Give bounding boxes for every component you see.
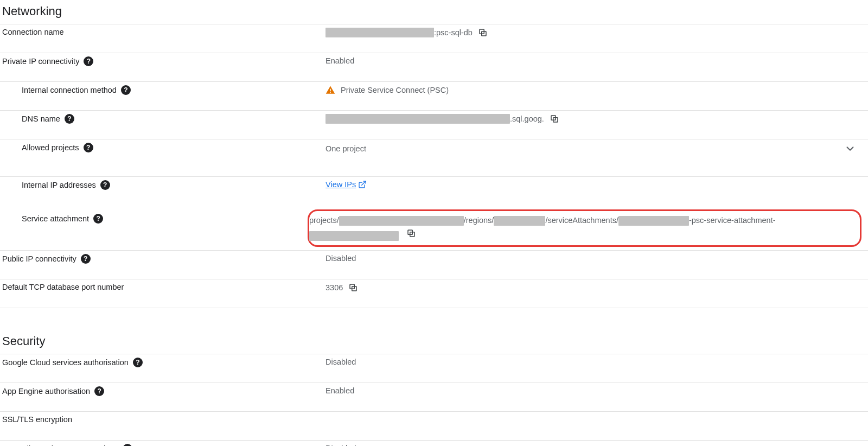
help-icon[interactable]: ? <box>93 214 103 224</box>
service-attachment-seg1: projects/ <box>309 216 339 225</box>
dns-name-redacted <box>326 114 510 124</box>
connection-name-redacted <box>326 28 434 37</box>
dns-name-label: DNS name <box>22 114 60 123</box>
help-icon[interactable]: ? <box>65 114 74 124</box>
private-ip-value: Enabled <box>326 56 354 65</box>
copy-icon[interactable] <box>406 228 416 238</box>
row-connection-name: Connection name :psc-sql-db <box>0 24 868 53</box>
row-service-attachment: Service attachment ? projects//regions//… <box>0 205 868 250</box>
help-icon[interactable]: ? <box>84 143 93 152</box>
service-attachment-redact2 <box>494 216 545 226</box>
row-dns-name: DNS name ? .sql.goog. <box>0 110 868 139</box>
external-link-icon <box>358 180 367 189</box>
row-appengine-auth: App Engine authorisation ? Enabled <box>0 383 868 411</box>
port-value: 3306 <box>326 283 343 292</box>
allowed-projects-value: One project <box>326 144 366 153</box>
warning-icon <box>326 85 335 95</box>
svg-rect-2 <box>330 89 331 92</box>
service-attachment-redact3 <box>618 216 689 226</box>
port-label: Default TCP database port number <box>2 283 124 291</box>
view-ips-link[interactable]: View IPs <box>326 180 356 189</box>
internal-method-value: Private Service Connect (PSC) <box>341 86 449 94</box>
gcp-auth-value: Disabled <box>326 358 356 366</box>
svg-line-6 <box>362 181 366 185</box>
internal-method-label: Internal connection method <box>22 86 117 94</box>
help-icon[interactable]: ? <box>94 386 104 396</box>
copy-icon[interactable] <box>478 28 488 37</box>
connection-name-suffix: :psc-sql-db <box>434 28 473 37</box>
row-allowed-projects: Allowed projects ? One project <box>0 139 868 176</box>
service-attachment-redact4 <box>309 231 399 241</box>
ssl-tls-label: SSL/TLS encryption <box>2 415 72 424</box>
help-icon[interactable]: ? <box>84 56 93 66</box>
public-ip-value: Disabled <box>326 254 356 263</box>
service-attachment-label: Service attachment <box>22 214 89 223</box>
service-attachment-redact1 <box>339 216 464 226</box>
appengine-auth-label: App Engine authorisation <box>2 387 90 396</box>
allow-only-ssl-value: Disabled <box>326 444 356 446</box>
appengine-auth-value: Enabled <box>326 386 354 395</box>
allowed-projects-label: Allowed projects <box>22 143 79 152</box>
help-icon[interactable]: ? <box>123 444 132 446</box>
row-port: Default TCP database port number 3306 <box>0 279 868 308</box>
public-ip-label: Public IP connectivity <box>2 254 76 263</box>
copy-icon[interactable] <box>550 114 559 124</box>
networking-section-title: Networking <box>0 0 868 24</box>
row-public-ip: Public IP connectivity ? Disabled <box>0 250 868 279</box>
help-icon[interactable]: ? <box>121 85 131 95</box>
row-private-ip: Private IP connectivity ? Enabled <box>0 53 868 81</box>
service-attachment-highlight: projects//regions//serviceAttachments/-p… <box>308 209 861 247</box>
connection-name-label: Connection name <box>2 28 64 36</box>
security-section-title: Security <box>0 330 868 354</box>
copy-icon[interactable] <box>348 283 358 292</box>
help-icon[interactable]: ? <box>81 254 91 264</box>
internal-ip-label: Internal IP addresses <box>22 181 96 189</box>
private-ip-label: Private IP connectivity <box>2 57 79 66</box>
service-attachment-seg3: /serviceAttachments/ <box>545 216 618 225</box>
row-internal-ip: Internal IP addresses ? View IPs <box>0 176 868 205</box>
help-icon[interactable]: ? <box>100 180 110 190</box>
dns-name-suffix: .sql.goog. <box>510 114 544 123</box>
row-allow-only-ssl: Allow only SSL connections ? Disabled <box>0 440 868 446</box>
gcp-auth-label: Google Cloud services authorisation <box>2 358 129 367</box>
row-gcp-auth: Google Cloud services authorisation ? Di… <box>0 354 868 383</box>
row-ssl-tls: SSL/TLS encryption <box>0 411 868 440</box>
service-attachment-seg2: /regions/ <box>464 216 494 225</box>
row-internal-method: Internal connection method ? Private Ser… <box>0 81 868 110</box>
svg-rect-3 <box>330 92 331 93</box>
service-attachment-seg4: -psc-service-attachment- <box>689 216 776 225</box>
help-icon[interactable]: ? <box>133 358 143 367</box>
chevron-down-icon[interactable] <box>844 143 856 155</box>
